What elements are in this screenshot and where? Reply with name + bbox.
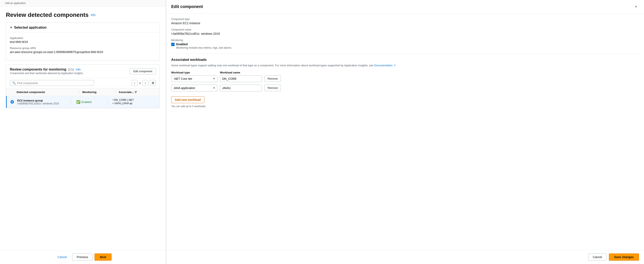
search-wrapper: 🔍 [10,80,94,86]
remove-workload-2-button[interactable]: Remove [264,85,281,91]
col-header-monitoring: Monitoring [82,90,112,94]
monitoring-cell: ✅ Enabled [76,100,106,104]
row-radio[interactable] [10,100,16,104]
close-button[interactable]: × [633,3,639,10]
search-input[interactable] [17,81,92,85]
col-header-component: Detected components [16,90,76,94]
monitoring-hint: Monitoring includes key metrics, logs, a… [176,46,232,49]
components-section: Review components for monitoring (1/1) I… [6,64,160,108]
breadcrumb: Add an application [0,0,166,7]
monitoring-status: Enabled [82,100,92,104]
selected-application-body: Application test-MW-W19 Resource group A… [6,33,160,60]
workload-row-2: JAVA application .NET Core tier ▼ Remove [171,85,639,91]
col-divider-2 [115,90,115,94]
monitoring-checkbox[interactable]: ✓ [171,43,174,46]
component-name-label: Component name [171,28,639,31]
page-info-link[interactable]: Info [91,13,96,17]
selected-application-header: ▼ Selected application [6,23,160,33]
col-divider [79,90,79,94]
add-workload-wrapper: Add new workload [171,96,204,103]
previous-button[interactable]: Previous [72,253,92,261]
workload-limit-note: You can add up to 5 workloads [171,105,639,108]
search-icon: 🔍 [12,81,16,85]
app-label: Application [10,36,156,40]
section-divider [171,53,639,54]
monitoring-label: Monitoring [171,39,639,42]
left-panel: Add an application Review detected compo… [0,0,166,264]
workload-item: • JAVA1 (JAVA ap [112,102,156,105]
enabled-icon: ✅ [76,100,80,104]
row-divider [71,98,71,105]
component-name-value: i-0a0858a7fd11cd51c: windows 2019 [171,32,639,35]
drawer-header: Edit component × [166,0,644,14]
drawer-cancel-button[interactable]: Cancel [588,253,606,261]
drawer-footer: Cancel Save changes [166,250,644,264]
components-info-link[interactable]: Info [76,68,80,71]
cancel-button[interactable]: Cancel [54,254,70,260]
workload-row-1: .NET Core tier JAVA application ▼ Remove [171,75,639,82]
wl-header-type: Workload type [171,71,218,74]
remove-workload-1-button[interactable]: Remove [264,75,281,82]
workload-name-input-1[interactable] [220,75,262,82]
save-changes-button[interactable]: Save changes [609,253,639,261]
drawer-body: Component type Amazon EC2 instance Compo… [166,14,644,250]
component-name-sub: i-0a0858a7fd11cd51c: windows 2019 [17,102,69,105]
components-count: (1/1) [68,68,74,71]
component-type-value: Amazon EC2 instance [171,22,639,25]
arn-label: Resource group ARN [10,47,156,50]
workloads-cell: • DN_CORE (.NET • JAVA1 (JAVA ap [112,98,156,105]
component-name-main: EC2 instance group [17,99,69,102]
settings-button[interactable]: ⚙ [150,80,156,86]
search-bar: 🔍 ‹ 1 › ⚙ [6,78,160,88]
component-type-label: Component type [171,18,639,21]
next-button[interactable]: Next [94,253,111,261]
add-new-workload-button[interactable]: Add new workload [171,96,204,103]
footer-bar: Cancel Previous Next [0,250,166,264]
workload-type-select-wrapper-1: .NET Core tier JAVA application ▼ [171,75,218,82]
checkmark-icon: ✓ [172,43,174,46]
workload-header-row: Workload type Workload name [171,71,639,74]
workload-type-select-wrapper-2: JAVA application .NET Core tier ▼ [171,85,218,91]
workload-type-select-2[interactable]: JAVA application .NET Core tier [171,85,218,91]
row-divider-2 [107,98,108,105]
wl-header-name: Workload name [220,71,262,74]
next-page-button[interactable]: › [142,80,148,86]
app-value: test-MW-W19 [10,40,156,44]
workload-name-input-2[interactable] [220,85,262,91]
collapse-icon[interactable]: ▼ [10,26,12,29]
workload-item: • DN_CORE (.NET [112,98,156,101]
external-link-icon: ↗ [394,64,396,67]
edit-component-button[interactable]: Edit component [130,68,156,74]
workloads-desc: Some workload types support adding only … [171,63,639,68]
components-subtitle: Components and their workloads detected … [10,72,84,75]
arn-value: arn:aws:resource-groups:us-east-1:856960… [10,50,156,54]
pagination: ‹ 1 › ⚙ [132,80,156,86]
prev-page-button[interactable]: ‹ [132,80,138,86]
workload-type-select-1[interactable]: .NET Core tier JAVA application [171,75,218,82]
table-header: Detected components Monitoring Associate… [6,88,160,96]
documentation-link[interactable]: Documentation ↗ [374,64,396,67]
col-header-associate: Associate... ▽ [119,90,156,94]
page-number: 1 [139,81,141,85]
main-content: Review detected components Info ▼ Select… [0,7,166,250]
table-row[interactable]: EC2 instance group i-0a0858a7fd11cd51c: … [6,96,160,108]
components-title: Review components for monitoring (1/1) I… [10,68,84,71]
component-name-cell: EC2 instance group i-0a0858a7fd11cd51c: … [17,99,69,105]
selected-application-card: ▼ Selected application Application test-… [6,23,160,61]
monitoring-checkbox-row: ✓ Enabled Monitoring includes key metric… [171,43,639,49]
drawer-title: Edit component [171,4,203,9]
edit-component-drawer: Edit component × Component type Amazon E… [166,0,644,264]
workloads-title: Associated workloads [171,58,639,62]
page-title: Review detected components Info [6,12,160,18]
monitoring-enabled-label: Enabled [176,43,232,46]
components-header: Review components for monitoring (1/1) I… [6,65,160,78]
